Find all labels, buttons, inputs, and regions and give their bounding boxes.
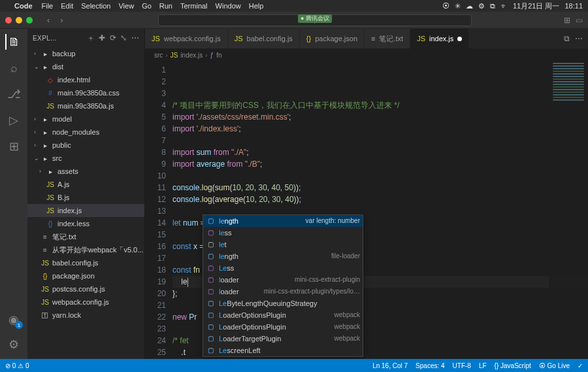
- menu-item[interactable]: View: [118, 2, 134, 10]
- suggest-item[interactable]: ▢loadermini-css-extract-plugin: [203, 274, 363, 286]
- folder-item[interactable]: ⌄▸src: [27, 152, 144, 165]
- status-bar: ⊘ 0 ⚠ 0 Ln 16, Col 7Spaces: 4UTF-8LF{} J…: [0, 359, 588, 372]
- menu-item[interactable]: File: [42, 2, 54, 10]
- status-item[interactable]: Spaces: 4: [416, 362, 444, 369]
- breadcrumb[interactable]: src› JS index.js› ƒ fn: [145, 48, 588, 61]
- suggest-item[interactable]: ▢loadermini-css-extract-plugin/types/lo…: [203, 286, 363, 297]
- suggest-item[interactable]: ▢LoaderTargetPluginwebpack: [203, 333, 363, 345]
- split-icon[interactable]: ⧉: [564, 34, 570, 43]
- suggest-item[interactable]: ▢lengthfile-loader: [203, 250, 363, 262]
- zoom-icon[interactable]: [26, 17, 33, 24]
- status-item[interactable]: UTF-8: [453, 362, 471, 369]
- menu-icon: ⧉: [490, 2, 495, 10]
- editor-tab[interactable]: ≡笔记.txt: [365, 29, 410, 48]
- more-icon[interactable]: ⋯: [131, 33, 139, 42]
- file-item[interactable]: JSindex.js: [27, 204, 144, 217]
- file-item[interactable]: ⚿yarn.lock: [27, 309, 144, 322]
- menu-icon: ✳︎: [455, 2, 461, 10]
- layout-icon[interactable]: ⊞: [564, 16, 570, 25]
- explorer-title: EXPL...: [33, 35, 83, 42]
- more-icon[interactable]: ⋯: [575, 34, 583, 43]
- folder-item[interactable]: ›▸node_modules: [27, 126, 144, 139]
- folder-item[interactable]: ⌄▸dist: [27, 60, 144, 73]
- file-item[interactable]: {}index.less: [27, 217, 144, 230]
- explorer-header: EXPL... ＋ ✚ ⟳ ⤡ ⋯: [27, 29, 144, 47]
- refresh-icon[interactable]: ⟳: [110, 33, 116, 42]
- meeting-badge: ● 腾讯会议: [298, 14, 332, 23]
- new-file-icon[interactable]: ＋: [87, 33, 95, 44]
- suggest-item[interactable]: ▢LeByteLengthQueuingStrategy: [203, 297, 363, 309]
- new-folder-icon[interactable]: ✚: [99, 33, 105, 42]
- debug-icon[interactable]: ▷: [6, 112, 22, 128]
- menu-item[interactable]: Edit: [61, 2, 73, 10]
- folder-item[interactable]: ›▸model: [27, 112, 144, 126]
- file-item[interactable]: {}package.json: [27, 269, 144, 282]
- folder-item[interactable]: ›▸assets: [27, 165, 144, 178]
- menubar-time[interactable]: 18:11: [564, 2, 583, 10]
- suggest-item[interactable]: ▢lengthvar length: number: [203, 215, 363, 227]
- code-content[interactable]: /* 项目中需要用到的CSS，我们在入口中基于模块规范导入进来 */import…: [172, 61, 588, 359]
- menu-icon: ☁︎: [466, 2, 473, 10]
- file-item[interactable]: ≡笔记.txt: [27, 230, 144, 243]
- status-item[interactable]: {} JavaScript: [495, 362, 531, 369]
- file-item[interactable]: ≡从零开始学webpack「v5.0...: [27, 243, 144, 256]
- suggest-item[interactable]: ▢Less: [203, 262, 363, 274]
- account-icon[interactable]: ◉: [6, 312, 22, 328]
- line-gutter: 1234567891011121314151617181920212223242…: [145, 61, 172, 359]
- file-item[interactable]: JSwebpack.config.js: [27, 296, 144, 309]
- status-item[interactable]: ⦿ Go Live: [539, 362, 570, 369]
- search-icon[interactable]: ⌕: [6, 60, 22, 76]
- file-tree[interactable]: ›▸backup⌄▸dist◇index.html#main.99c3850a.…: [27, 47, 144, 359]
- suggest-item[interactable]: ▢LoaderOptionsPluginwebpack: [203, 309, 363, 321]
- suggest-item[interactable]: ▢LoaderOptionsPluginwebpack: [203, 321, 363, 333]
- menu-item[interactable]: Window: [216, 2, 241, 10]
- menu-item[interactable]: Help: [249, 2, 264, 10]
- settings-icon[interactable]: ⚙: [6, 337, 22, 352]
- file-item[interactable]: JSA.js: [27, 178, 144, 191]
- status-item[interactable]: Ln 16, Col 7: [372, 362, 408, 369]
- file-item[interactable]: JSB.js: [27, 191, 144, 204]
- dirty-dot-icon: [457, 37, 462, 41]
- file-item[interactable]: JSpostcss.config.js: [27, 282, 144, 296]
- file-item[interactable]: ◇index.html: [27, 73, 144, 86]
- menu-item[interactable]: Go: [142, 2, 152, 10]
- layout-icon[interactable]: ▭: [576, 16, 583, 25]
- editor-tab[interactable]: JSwebpack.config.js: [145, 29, 228, 48]
- traffic-lights[interactable]: [5, 17, 33, 24]
- code-editor[interactable]: 1234567891011121314151617181920212223242…: [145, 61, 588, 359]
- scm-icon[interactable]: ⎇: [6, 86, 22, 102]
- window-titlebar: ‹ › ● 腾讯会议 webpack ⊞ ▭: [0, 12, 588, 29]
- editor-tab[interactable]: {}package.json: [300, 29, 365, 48]
- suggest-item[interactable]: ▢LescreenLeft: [203, 345, 363, 356]
- editor-tab[interactable]: JSbabel.config.js: [228, 29, 300, 48]
- folder-item[interactable]: ›▸backup: [27, 47, 144, 60]
- status-item[interactable]: ⊘ 0 ⚠ 0: [5, 362, 29, 369]
- status-item[interactable]: LF: [479, 362, 487, 369]
- menu-item[interactable]: Run: [159, 2, 172, 10]
- file-item[interactable]: #main.99c3850a.css: [27, 86, 144, 99]
- folder-item[interactable]: ›▸public: [27, 139, 144, 152]
- file-item[interactable]: JSmain.99c3850a.js: [27, 99, 144, 112]
- suggest-item[interactable]: ▢less: [203, 227, 363, 239]
- close-icon[interactable]: [5, 17, 12, 24]
- menubar-date[interactable]: 11月21日 周一: [513, 1, 560, 11]
- collapse-icon[interactable]: ⤡: [120, 33, 127, 42]
- menu-icon: ᯤ: [500, 2, 508, 10]
- menu-item[interactable]: Selection: [81, 2, 110, 10]
- activity-bar: 🗎 ⌕ ⎇ ▷ ⊞ ◉ ⚙: [0, 29, 27, 359]
- menu-item[interactable]: Terminal: [180, 2, 208, 10]
- file-item[interactable]: JSbabel.config.js: [27, 256, 144, 269]
- extensions-icon[interactable]: ⊞: [6, 139, 22, 154]
- nav-fwd-icon[interactable]: ›: [57, 15, 65, 25]
- command-center[interactable]: ● 腾讯会议 webpack: [158, 14, 472, 26]
- explorer-icon[interactable]: 🗎: [5, 34, 21, 50]
- nav-back-icon[interactable]: ‹: [44, 15, 52, 25]
- status-item[interactable]: ✓: [578, 362, 583, 369]
- minimap[interactable]: [549, 61, 588, 359]
- minimize-icon[interactable]: [16, 17, 22, 24]
- editor-tab[interactable]: JSindex.js: [410, 29, 469, 48]
- suggest-widget[interactable]: ▢lengthvar length: number▢less▢let▢lengt…: [203, 214, 363, 357]
- suggest-item[interactable]: ▢let: [203, 239, 363, 250]
- app-name[interactable]: Code: [14, 2, 33, 10]
- menu-icon: ⚙︎: [478, 2, 485, 10]
